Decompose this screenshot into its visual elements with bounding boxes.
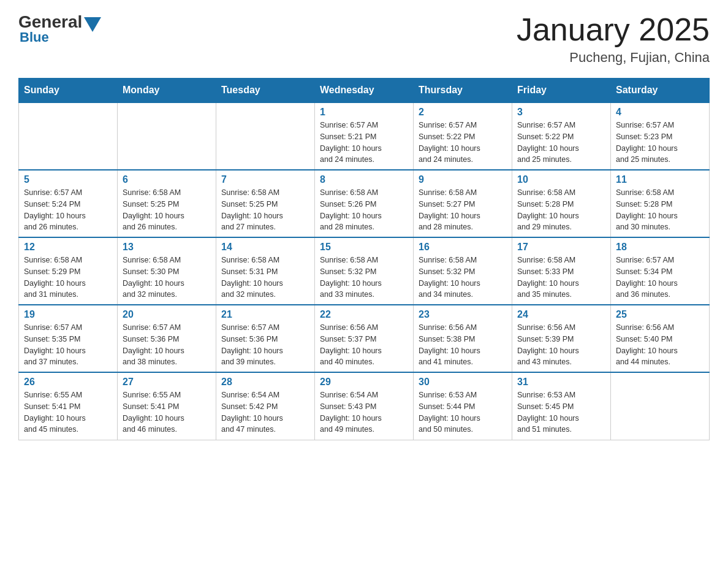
day-cell: 6Sunrise: 6:58 AMSunset: 5:25 PMDaylight… xyxy=(118,170,216,237)
day-info: Sunrise: 6:53 AMSunset: 5:45 PMDaylight:… xyxy=(517,389,605,435)
day-info: Sunrise: 6:58 AMSunset: 5:32 PMDaylight:… xyxy=(419,255,507,301)
day-cell: 31Sunrise: 6:53 AMSunset: 5:45 PMDayligh… xyxy=(512,372,611,440)
day-info: Sunrise: 6:54 AMSunset: 5:42 PMDaylight:… xyxy=(221,389,309,435)
day-cell: 21Sunrise: 6:57 AMSunset: 5:36 PMDayligh… xyxy=(216,305,315,372)
logo: General Blue xyxy=(18,12,101,45)
header-cell-sunday: Sunday xyxy=(19,79,118,103)
day-cell: 9Sunrise: 6:58 AMSunset: 5:27 PMDaylight… xyxy=(414,170,512,237)
day-cell: 5Sunrise: 6:57 AMSunset: 5:24 PMDaylight… xyxy=(19,170,118,237)
day-info: Sunrise: 6:54 AMSunset: 5:43 PMDaylight:… xyxy=(320,389,408,435)
day-cell: 28Sunrise: 6:54 AMSunset: 5:42 PMDayligh… xyxy=(216,372,315,440)
day-cell xyxy=(118,102,216,170)
day-info: Sunrise: 6:56 AMSunset: 5:40 PMDaylight:… xyxy=(616,322,704,368)
day-info: Sunrise: 6:56 AMSunset: 5:39 PMDaylight:… xyxy=(517,322,605,368)
day-info: Sunrise: 6:57 AMSunset: 5:36 PMDaylight:… xyxy=(221,322,309,368)
day-number: 12 xyxy=(24,242,112,253)
day-info: Sunrise: 6:57 AMSunset: 5:21 PMDaylight:… xyxy=(320,120,408,166)
day-number: 18 xyxy=(616,242,704,253)
week-row-5: 26Sunrise: 6:55 AMSunset: 5:41 PMDayligh… xyxy=(19,372,710,440)
day-cell: 12Sunrise: 6:58 AMSunset: 5:29 PMDayligh… xyxy=(19,237,118,305)
day-number: 1 xyxy=(320,107,408,118)
header-cell-wednesday: Wednesday xyxy=(315,79,414,103)
day-cell: 11Sunrise: 6:58 AMSunset: 5:28 PMDayligh… xyxy=(611,170,710,237)
day-info: Sunrise: 6:58 AMSunset: 5:30 PMDaylight:… xyxy=(123,255,211,301)
day-cell: 27Sunrise: 6:55 AMSunset: 5:41 PMDayligh… xyxy=(118,372,216,440)
day-number: 6 xyxy=(123,174,211,185)
day-info: Sunrise: 6:56 AMSunset: 5:37 PMDaylight:… xyxy=(320,322,408,368)
title-block: January 2025 Pucheng, Fujian, China xyxy=(517,12,710,66)
calendar-header-row: SundayMondayTuesdayWednesdayThursdayFrid… xyxy=(19,79,710,103)
week-row-3: 12Sunrise: 6:58 AMSunset: 5:29 PMDayligh… xyxy=(19,237,710,305)
day-cell: 23Sunrise: 6:56 AMSunset: 5:38 PMDayligh… xyxy=(414,305,512,372)
day-cell: 16Sunrise: 6:58 AMSunset: 5:32 PMDayligh… xyxy=(414,237,512,305)
day-cell: 17Sunrise: 6:58 AMSunset: 5:33 PMDayligh… xyxy=(512,237,611,305)
day-info: Sunrise: 6:58 AMSunset: 5:26 PMDaylight:… xyxy=(320,187,408,233)
day-info: Sunrise: 6:57 AMSunset: 5:34 PMDaylight:… xyxy=(616,255,704,301)
day-cell xyxy=(611,372,710,440)
day-number: 2 xyxy=(419,107,507,118)
logo-text-blue: Blue xyxy=(20,29,101,45)
day-cell xyxy=(19,102,118,170)
day-number: 19 xyxy=(24,309,112,320)
day-number: 10 xyxy=(517,174,605,185)
day-cell: 30Sunrise: 6:53 AMSunset: 5:44 PMDayligh… xyxy=(414,372,512,440)
day-cell: 2Sunrise: 6:57 AMSunset: 5:22 PMDaylight… xyxy=(414,102,512,170)
day-info: Sunrise: 6:58 AMSunset: 5:32 PMDaylight:… xyxy=(320,255,408,301)
header-cell-monday: Monday xyxy=(118,79,216,103)
day-cell: 19Sunrise: 6:57 AMSunset: 5:35 PMDayligh… xyxy=(19,305,118,372)
day-number: 17 xyxy=(517,242,605,253)
calendar-table: SundayMondayTuesdayWednesdayThursdayFrid… xyxy=(18,78,710,440)
day-info: Sunrise: 6:58 AMSunset: 5:27 PMDaylight:… xyxy=(419,187,507,233)
day-number: 23 xyxy=(419,309,507,320)
day-number: 31 xyxy=(517,377,605,388)
day-cell: 25Sunrise: 6:56 AMSunset: 5:40 PMDayligh… xyxy=(611,305,710,372)
header-cell-thursday: Thursday xyxy=(414,79,512,103)
day-number: 22 xyxy=(320,309,408,320)
day-number: 15 xyxy=(320,242,408,253)
day-number: 3 xyxy=(517,107,605,118)
week-row-2: 5Sunrise: 6:57 AMSunset: 5:24 PMDaylight… xyxy=(19,170,710,237)
day-cell: 29Sunrise: 6:54 AMSunset: 5:43 PMDayligh… xyxy=(315,372,414,440)
calendar-title: January 2025 xyxy=(517,12,710,47)
day-number: 26 xyxy=(24,377,112,388)
day-info: Sunrise: 6:58 AMSunset: 5:33 PMDaylight:… xyxy=(517,255,605,301)
day-info: Sunrise: 6:56 AMSunset: 5:38 PMDaylight:… xyxy=(419,322,507,368)
day-number: 9 xyxy=(419,174,507,185)
day-cell: 1Sunrise: 6:57 AMSunset: 5:21 PMDaylight… xyxy=(315,102,414,170)
day-number: 30 xyxy=(419,377,507,388)
day-info: Sunrise: 6:58 AMSunset: 5:25 PMDaylight:… xyxy=(221,187,309,233)
day-cell: 26Sunrise: 6:55 AMSunset: 5:41 PMDayligh… xyxy=(19,372,118,440)
day-info: Sunrise: 6:57 AMSunset: 5:24 PMDaylight:… xyxy=(24,187,112,233)
day-cell: 7Sunrise: 6:58 AMSunset: 5:25 PMDaylight… xyxy=(216,170,315,237)
day-number: 24 xyxy=(517,309,605,320)
day-cell: 3Sunrise: 6:57 AMSunset: 5:22 PMDaylight… xyxy=(512,102,611,170)
day-number: 4 xyxy=(616,107,704,118)
day-cell: 14Sunrise: 6:58 AMSunset: 5:31 PMDayligh… xyxy=(216,237,315,305)
day-number: 28 xyxy=(221,377,309,388)
day-info: Sunrise: 6:57 AMSunset: 5:35 PMDaylight:… xyxy=(24,322,112,368)
day-cell: 15Sunrise: 6:58 AMSunset: 5:32 PMDayligh… xyxy=(315,237,414,305)
day-number: 21 xyxy=(221,309,309,320)
day-info: Sunrise: 6:58 AMSunset: 5:28 PMDaylight:… xyxy=(616,187,704,233)
day-cell: 4Sunrise: 6:57 AMSunset: 5:23 PMDaylight… xyxy=(611,102,710,170)
day-cell: 20Sunrise: 6:57 AMSunset: 5:36 PMDayligh… xyxy=(118,305,216,372)
day-number: 14 xyxy=(221,242,309,253)
week-row-4: 19Sunrise: 6:57 AMSunset: 5:35 PMDayligh… xyxy=(19,305,710,372)
day-cell xyxy=(216,102,315,170)
day-info: Sunrise: 6:58 AMSunset: 5:25 PMDaylight:… xyxy=(123,187,211,233)
day-cell: 18Sunrise: 6:57 AMSunset: 5:34 PMDayligh… xyxy=(611,237,710,305)
day-info: Sunrise: 6:53 AMSunset: 5:44 PMDaylight:… xyxy=(419,389,507,435)
day-cell: 10Sunrise: 6:58 AMSunset: 5:28 PMDayligh… xyxy=(512,170,611,237)
week-row-1: 1Sunrise: 6:57 AMSunset: 5:21 PMDaylight… xyxy=(19,102,710,170)
day-cell: 24Sunrise: 6:56 AMSunset: 5:39 PMDayligh… xyxy=(512,305,611,372)
day-info: Sunrise: 6:58 AMSunset: 5:28 PMDaylight:… xyxy=(517,187,605,233)
day-number: 27 xyxy=(123,377,211,388)
day-number: 29 xyxy=(320,377,408,388)
header-cell-saturday: Saturday xyxy=(611,79,710,103)
day-info: Sunrise: 6:57 AMSunset: 5:23 PMDaylight:… xyxy=(616,120,704,166)
day-info: Sunrise: 6:55 AMSunset: 5:41 PMDaylight:… xyxy=(123,389,211,435)
day-cell: 22Sunrise: 6:56 AMSunset: 5:37 PMDayligh… xyxy=(315,305,414,372)
calendar-subtitle: Pucheng, Fujian, China xyxy=(517,50,710,66)
day-info: Sunrise: 6:58 AMSunset: 5:31 PMDaylight:… xyxy=(221,255,309,301)
header-cell-friday: Friday xyxy=(512,79,611,103)
